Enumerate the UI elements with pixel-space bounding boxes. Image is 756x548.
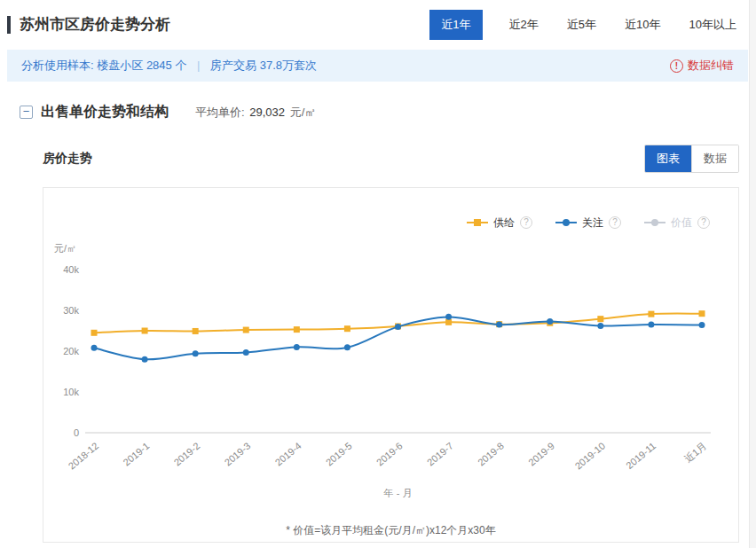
svg-text:2019-1: 2019-1 (121, 440, 151, 467)
legend-item-value[interactable]: 价值 ? (644, 215, 710, 231)
page-title: 苏州市区房价走势分析 (7, 16, 170, 34)
view-chart-button[interactable]: 图表 (645, 145, 691, 172)
collapse-minus-icon[interactable]: − (20, 106, 33, 119)
help-icon[interactable]: ? (609, 216, 621, 229)
chart-title: 房价走势 (43, 151, 92, 167)
view-toggle: 图表 数据 (644, 145, 739, 173)
tab-recent-10-years[interactable]: 近10年 (623, 10, 662, 40)
sample-item2-value: 37.8万 (260, 59, 294, 72)
correction-label: 数据纠错 (688, 58, 734, 74)
supply-series-marker-icon (467, 218, 488, 227)
svg-text:2019-8: 2019-8 (476, 440, 506, 467)
svg-text:2019-10: 2019-10 (572, 440, 607, 471)
svg-text:元/㎡: 元/㎡ (54, 243, 76, 254)
scrollbar-track[interactable] (749, 0, 756, 548)
svg-text:2019-11: 2019-11 (624, 440, 658, 471)
chart-legend: 供给 ? 关注 ? 价值 ? (43, 188, 738, 234)
svg-text:40k: 40k (63, 264, 79, 275)
svg-text:10k: 10k (63, 387, 79, 397)
attention-series-marker-icon (555, 218, 577, 227)
sample-prefix: 分析使用样本: (21, 59, 94, 72)
legend-item-attention[interactable]: 关注 ? (555, 215, 621, 231)
sample-item2-label: 房产交易 (210, 59, 256, 72)
time-range-tabs: 近1年 近2年 近5年 近10年 10年以上 (429, 10, 738, 40)
view-data-button[interactable]: 数据 (691, 145, 738, 172)
page: 苏州市区房价走势分析 近1年 近2年 近5年 近10年 10年以上 分析使用样本… (0, 0, 756, 543)
chart-footnote: * 价值=该月平均租金(元/月/㎡)x12个月x30年 (43, 523, 738, 538)
svg-text:2019-7: 2019-7 (425, 440, 455, 467)
price-trend-chart[interactable]: 元/㎡010k20k30k40k2018-122019-12019-22019-… (43, 234, 738, 521)
svg-text:2019-9: 2019-9 (526, 440, 556, 467)
svg-text:2019-6: 2019-6 (374, 440, 405, 467)
svg-text:2018-12: 2018-12 (67, 440, 101, 471)
legend-label-value: 价值 (671, 215, 692, 231)
section-header: − 出售单价走势和结构 平均单价: 29,032 元/㎡ (20, 103, 756, 121)
tab-recent-1-year[interactable]: 近1年 (429, 10, 482, 40)
svg-text:20k: 20k (63, 346, 79, 356)
info-divider: | (197, 59, 200, 72)
svg-text:2019-5: 2019-5 (324, 440, 354, 467)
data-correction-link[interactable]: ! 数据纠错 (670, 58, 734, 74)
help-icon[interactable]: ? (697, 216, 710, 229)
error-report-icon: ! (670, 59, 683, 73)
svg-text:年 - 月: 年 - 月 (383, 488, 413, 498)
chart-panel-header: 房价走势 图表 数据 (43, 145, 739, 173)
svg-text:2019-4: 2019-4 (273, 440, 303, 467)
average-price: 平均单价: 29,032 元/㎡ (195, 105, 316, 121)
svg-text:近1月: 近1月 (682, 440, 708, 464)
svg-text:2019-3: 2019-3 (223, 440, 253, 467)
tab-recent-5-years[interactable]: 近5年 (565, 10, 598, 40)
svg-text:30k: 30k (63, 305, 79, 316)
page-header: 苏州市区房价走势分析 近1年 近2年 近5年 近10年 10年以上 (7, 7, 756, 43)
tab-recent-2-years[interactable]: 近2年 (508, 10, 540, 40)
sample-info-bar: 分析使用样本: 楼盘小区 2845 个 | 房产交易 37.8万套次 ! 数据纠… (7, 50, 748, 82)
help-icon[interactable]: ? (520, 216, 532, 229)
average-price-unit: 元/㎡ (290, 106, 317, 119)
price-trend-panel: 供给 ? 关注 ? 价值 ? 元/㎡010k20k30k40k2018-1220… (43, 187, 739, 543)
legend-label-attention: 关注 (582, 215, 603, 231)
svg-text:2019-2: 2019-2 (171, 440, 201, 467)
value-series-marker-icon (644, 218, 665, 227)
legend-item-supply[interactable]: 供给 ? (467, 215, 532, 231)
average-price-label: 平均单价: (195, 106, 245, 119)
sample-item1-value: 2845 (146, 59, 172, 72)
tab-over-10-years[interactable]: 10年以上 (688, 10, 738, 40)
legend-label-supply: 供给 (493, 215, 515, 231)
average-price-value: 29,032 (249, 106, 285, 119)
sample-item1-unit: 个 (175, 59, 186, 72)
sample-item1-label: 楼盘小区 (97, 59, 143, 72)
sample-info: 分析使用样本: 楼盘小区 2845 个 | 房产交易 37.8万套次 (21, 58, 317, 74)
svg-text:0: 0 (74, 427, 79, 438)
sample-item2-unit: 套次 (294, 59, 317, 72)
section-title: 出售单价走势和结构 (41, 103, 169, 121)
